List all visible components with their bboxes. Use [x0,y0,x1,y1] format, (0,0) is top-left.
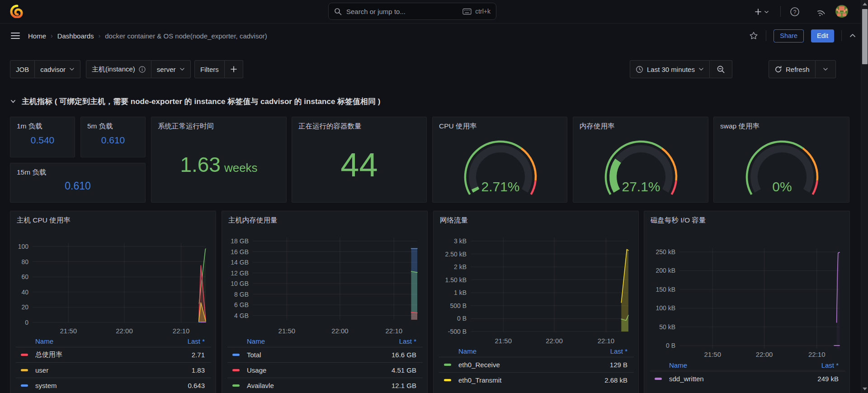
panel-running-containers: 正在运行的容器数量 44 [292,117,427,203]
chevron-down-icon [179,66,185,72]
legend-row[interactable]: eth0_Transmit2.68 kB [439,372,634,388]
chart-legend: NameLast *eth0_Receive129 Beth0_Transmit… [434,346,638,388]
avatar[interactable] [835,5,848,18]
panel-title[interactable]: 系统正常运行时间 [158,122,214,131]
zoom-out-button[interactable] [710,60,732,78]
svg-text:0: 0 [25,319,28,326]
time-range-picker[interactable]: Last 30 minutes [630,60,710,78]
svg-text:14 GB: 14 GB [231,259,249,266]
legend-header-last[interactable]: Last * [610,347,627,355]
chevron-down-icon [764,9,769,14]
breadcrumb: Home › Dashboards › docker container & O… [28,32,267,40]
star-icon[interactable] [749,31,759,41]
panel-title[interactable]: 内存使用率 [580,122,615,131]
panel-host-cpu-usage: 主机 CPU 使用率 02040608010021:5022:0022:10 N… [10,211,216,393]
legend-header-name[interactable]: Name [35,337,53,345]
legend-header-last[interactable]: Last * [188,337,205,345]
panel-title[interactable]: swap 使用率 [720,122,760,131]
chart-plot[interactable]: 02040608010021:5022:0022:10 [10,211,216,339]
breadcrumb-home[interactable]: Home [28,32,46,40]
chart-plot[interactable]: -500 B0 B500 B1 kB1.50 kB2 kB2.50 kB3 kB… [434,211,638,349]
share-button[interactable]: Share [774,29,804,43]
legend-series-value: 0.643 [188,382,205,389]
scroll-down-arrow[interactable] [863,388,867,390]
breadcrumb-current: docker container & OS node(node_exporter… [105,32,267,40]
new-menu-button[interactable] [750,5,772,18]
filters-label: Filters [194,60,225,78]
chart-plot[interactable]: 0 B50 kB100 kB150 kB200 kB250 kB21:5022:… [644,211,849,362]
panel-title[interactable]: 正在运行的容器数量 [298,122,362,131]
search-input[interactable]: Search or jump to... ctrl+k [328,3,496,20]
legend-series-name[interactable]: eth0_Receive [458,361,610,369]
row-title: 主机指标 ( 可绑定到主机，需要 node-exporter 的 instanc… [22,96,380,107]
help-button[interactable]: ? [788,5,801,18]
chart-plot[interactable]: 4 GB6 GB8 GB10 GB12 GB14 GB16 GB18 GB21:… [222,211,427,339]
chart-legend: NameLast *Total16.6 GBUsage4.51 GBAvaila… [222,336,427,393]
adhoc-filters: Filters [194,60,243,78]
legend-row[interactable]: Usage4.51 GB [227,362,423,378]
legend-series-name[interactable]: Availavle [247,382,392,389]
legend-row[interactable]: Total16.6 GB [227,347,423,362]
legend-series-name[interactable]: system [35,382,188,389]
scrollbar[interactable] [861,0,868,393]
svg-text:100: 100 [18,243,29,250]
legend-series-name[interactable]: Total [247,351,392,359]
svg-text:50 kB: 50 kB [659,323,675,331]
legend-series-value: 16.6 GB [392,351,416,359]
series-color-swatch [21,384,28,387]
legend-series-name[interactable]: eth0_Transmit [458,376,604,384]
legend-series-name[interactable]: user [35,366,192,374]
chevron-up-icon[interactable] [849,32,856,39]
legend-header-last[interactable]: Last * [821,361,839,369]
search-icon [334,8,342,15]
panel-title[interactable]: 1m 负载 [17,122,42,131]
swap-gauge: 0% [735,131,830,199]
variable-job-value[interactable]: cadvisor [35,60,80,78]
legend-row[interactable]: sdd_written249 kB [650,371,845,386]
time-range-label: Last 30 minutes [647,66,695,73]
variable-instance: 主机(instance) server [86,60,191,78]
panel-title[interactable]: 15m 负载 [17,168,46,177]
legend-series-name[interactable]: Usage [247,366,392,374]
series-color-swatch [21,369,28,371]
svg-text:0 B: 0 B [666,342,675,349]
svg-text:2.71%: 2.71% [481,179,519,194]
stat-value: 0.610 [10,180,145,192]
dashboard-row-header[interactable]: 主机指标 ( 可绑定到主机，需要 node-exporter 的 instanc… [10,93,380,110]
panel-title[interactable]: 5m 负载 [87,122,113,131]
svg-text:16 GB: 16 GB [231,248,249,256]
plus-icon [754,8,762,16]
legend-header-last[interactable]: Last * [399,337,416,345]
legend-series-name[interactable]: sdd_written [669,375,817,383]
svg-text:22:00: 22:00 [546,337,563,345]
legend-series-name[interactable]: 总使用率 [35,350,192,359]
breadcrumb-dashboards[interactable]: Dashboards [57,32,94,40]
panel-title[interactable]: CPU 使用率 [439,122,477,131]
info-icon [139,66,146,73]
legend-row[interactable]: eth0_Receive129 B [439,357,634,372]
scroll-up-arrow[interactable] [863,3,867,5]
variable-instance-value[interactable]: server [151,60,191,78]
hamburger-menu-icon[interactable] [11,32,20,39]
panel-load-1m: 1m 负载 0.540 [10,117,75,157]
grafana-logo[interactable] [10,5,24,18]
legend-row[interactable]: 总使用率2.71 [16,347,211,362]
divider [841,30,842,41]
panel-uptime: 系统正常运行时间 1.63weeks [151,117,287,203]
legend-row[interactable]: Availavle12.1 GB [227,378,423,393]
scrollbar-thumb[interactable] [862,9,868,64]
legend-row[interactable]: user1.83 [16,362,211,378]
legend-header-name[interactable]: Name [458,347,476,355]
legend-header-name[interactable]: Name [247,337,265,345]
svg-text:250 kB: 250 kB [656,248,675,256]
svg-text:12 GB: 12 GB [231,270,249,277]
legend-series-value: 249 kB [817,375,839,383]
legend-row[interactable]: system0.643 [16,378,211,393]
news-rss-icon[interactable] [815,5,827,18]
legend-header-name[interactable]: Name [669,361,687,369]
refresh-interval-dropdown[interactable] [816,60,836,78]
edit-button[interactable]: Edit [811,29,834,43]
add-filter-button[interactable] [225,60,243,78]
refresh-button[interactable]: Refresh [769,60,816,78]
svg-text:?: ? [793,9,797,15]
